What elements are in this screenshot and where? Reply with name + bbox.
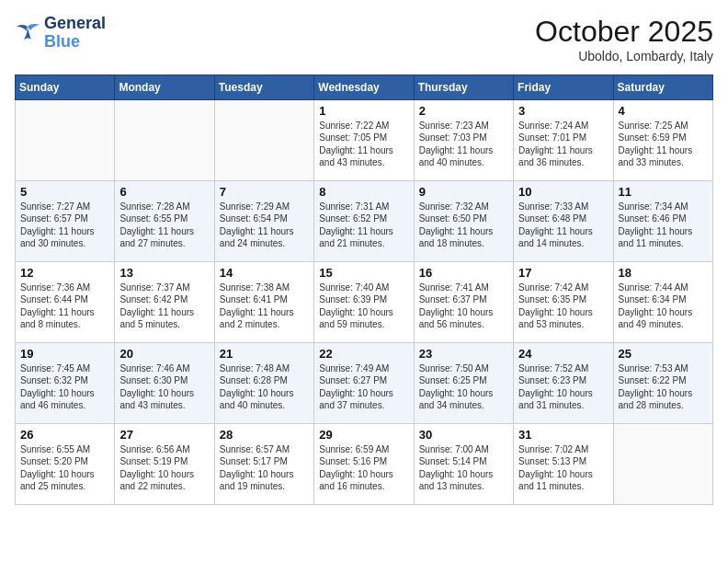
day-number: 10 bbox=[518, 185, 608, 199]
daylight-text: Daylight: 10 hours and 34 minutes. bbox=[419, 387, 508, 411]
day-number: 7 bbox=[220, 185, 309, 199]
daylight-text: Daylight: 10 hours and 13 minutes. bbox=[419, 468, 508, 492]
calendar-cell: 6Sunrise: 7:28 AMSunset: 6:55 PMDaylight… bbox=[115, 181, 214, 262]
calendar-cell: 9Sunrise: 7:32 AMSunset: 6:50 PMDaylight… bbox=[414, 181, 513, 262]
logo-general: General bbox=[44, 15, 106, 33]
sunrise-text: Sunrise: 7:48 AM bbox=[220, 362, 309, 374]
sunset-text: Sunset: 5:19 PM bbox=[119, 455, 209, 467]
calendar-cell bbox=[214, 100, 313, 181]
daylight-text: Daylight: 10 hours and 40 minutes. bbox=[220, 387, 309, 411]
day-number: 8 bbox=[319, 185, 408, 199]
calendar-cell: 27Sunrise: 6:56 AMSunset: 5:19 PMDayligh… bbox=[115, 424, 214, 505]
daylight-text: Daylight: 11 hours and 11 minutes. bbox=[619, 225, 708, 249]
sunset-text: Sunset: 7:01 PM bbox=[518, 132, 608, 144]
calendar-cell: 16Sunrise: 7:41 AMSunset: 6:37 PMDayligh… bbox=[414, 262, 513, 343]
daylight-text: Daylight: 11 hours and 30 minutes. bbox=[20, 225, 109, 249]
sunset-text: Sunset: 6:59 PM bbox=[619, 132, 708, 144]
day-number: 3 bbox=[518, 104, 608, 118]
sunset-text: Sunset: 6:22 PM bbox=[619, 374, 708, 386]
calendar-cell: 10Sunrise: 7:33 AMSunset: 6:48 PMDayligh… bbox=[514, 181, 613, 262]
sunrise-text: Sunrise: 7:33 AM bbox=[518, 201, 608, 213]
calendar-week-row: 5Sunrise: 7:27 AMSunset: 6:57 PMDaylight… bbox=[16, 181, 713, 262]
sunset-text: Sunset: 6:30 PM bbox=[119, 374, 209, 386]
weekday-header-sunday: Sunday bbox=[16, 75, 115, 100]
calendar-cell: 14Sunrise: 7:38 AMSunset: 6:41 PMDayligh… bbox=[214, 262, 313, 343]
sunset-text: Sunset: 6:37 PM bbox=[419, 293, 508, 305]
daylight-text: Daylight: 11 hours and 27 minutes. bbox=[119, 225, 209, 249]
calendar-cell: 31Sunrise: 7:02 AMSunset: 5:13 PMDayligh… bbox=[514, 424, 613, 505]
sunset-text: Sunset: 5:16 PM bbox=[319, 455, 408, 467]
weekday-header-saturday: Saturday bbox=[613, 75, 712, 100]
sunset-text: Sunset: 6:42 PM bbox=[119, 293, 209, 305]
sunrise-text: Sunrise: 7:46 AM bbox=[119, 362, 209, 374]
sunrise-text: Sunrise: 7:31 AM bbox=[319, 201, 408, 213]
sunset-text: Sunset: 6:35 PM bbox=[518, 293, 608, 305]
sunset-text: Sunset: 6:28 PM bbox=[220, 374, 309, 386]
sunrise-text: Sunrise: 7:23 AM bbox=[419, 120, 508, 132]
sunrise-text: Sunrise: 7:32 AM bbox=[419, 201, 508, 213]
sunrise-text: Sunrise: 7:38 AM bbox=[220, 282, 309, 293]
sunrise-text: Sunrise: 7:02 AM bbox=[518, 443, 608, 455]
sunrise-text: Sunrise: 7:50 AM bbox=[419, 362, 508, 374]
day-number: 27 bbox=[119, 428, 209, 442]
calendar-cell: 13Sunrise: 7:37 AMSunset: 6:42 PMDayligh… bbox=[115, 262, 214, 343]
weekday-header-tuesday: Tuesday bbox=[214, 75, 313, 100]
day-number: 25 bbox=[619, 347, 708, 361]
daylight-text: Daylight: 11 hours and 2 minutes. bbox=[220, 306, 309, 330]
sunrise-text: Sunrise: 7:42 AM bbox=[518, 282, 608, 293]
calendar-cell: 15Sunrise: 7:40 AMSunset: 6:39 PMDayligh… bbox=[314, 262, 414, 343]
sunset-text: Sunset: 6:50 PM bbox=[419, 213, 508, 224]
sunset-text: Sunset: 5:14 PM bbox=[419, 455, 508, 467]
sunset-text: Sunset: 6:54 PM bbox=[220, 213, 309, 224]
calendar-cell: 22Sunrise: 7:49 AMSunset: 6:27 PMDayligh… bbox=[314, 343, 414, 424]
calendar-cell: 29Sunrise: 6:59 AMSunset: 5:16 PMDayligh… bbox=[314, 424, 414, 505]
sunset-text: Sunset: 5:20 PM bbox=[20, 455, 109, 467]
day-number: 29 bbox=[319, 428, 408, 442]
daylight-text: Daylight: 11 hours and 5 minutes. bbox=[119, 306, 209, 330]
daylight-text: Daylight: 10 hours and 43 minutes. bbox=[119, 387, 209, 411]
sunrise-text: Sunrise: 7:27 AM bbox=[20, 201, 109, 213]
calendar-cell: 23Sunrise: 7:50 AMSunset: 6:25 PMDayligh… bbox=[414, 343, 513, 424]
daylight-text: Daylight: 10 hours and 56 minutes. bbox=[419, 306, 508, 330]
daylight-text: Daylight: 10 hours and 25 minutes. bbox=[20, 468, 109, 492]
daylight-text: Daylight: 10 hours and 11 minutes. bbox=[518, 468, 608, 492]
daylight-text: Daylight: 11 hours and 21 minutes. bbox=[319, 225, 408, 249]
calendar-cell bbox=[16, 100, 115, 181]
sunrise-text: Sunrise: 7:28 AM bbox=[119, 201, 209, 213]
sunset-text: Sunset: 6:39 PM bbox=[319, 293, 408, 305]
sunrise-text: Sunrise: 7:40 AM bbox=[319, 282, 408, 293]
calendar-cell: 30Sunrise: 7:00 AMSunset: 5:14 PMDayligh… bbox=[414, 424, 513, 505]
day-number: 22 bbox=[319, 347, 408, 361]
month-title: October 2025 bbox=[535, 15, 713, 49]
day-number: 16 bbox=[419, 266, 508, 280]
day-number: 17 bbox=[518, 266, 608, 280]
calendar-cell: 17Sunrise: 7:42 AMSunset: 6:35 PMDayligh… bbox=[514, 262, 613, 343]
day-number: 9 bbox=[419, 185, 508, 199]
sunrise-text: Sunrise: 7:00 AM bbox=[419, 443, 508, 455]
daylight-text: Daylight: 11 hours and 18 minutes. bbox=[419, 225, 508, 249]
sunrise-text: Sunrise: 7:53 AM bbox=[619, 362, 708, 374]
sunrise-text: Sunrise: 7:29 AM bbox=[220, 201, 309, 213]
day-number: 23 bbox=[419, 347, 508, 361]
page-header: General Blue October 2025 Uboldo, Lombar… bbox=[15, 15, 713, 63]
day-number: 26 bbox=[20, 428, 109, 442]
daylight-text: Daylight: 10 hours and 16 minutes. bbox=[319, 468, 408, 492]
sunset-text: Sunset: 6:25 PM bbox=[419, 374, 508, 386]
location: Uboldo, Lombardy, Italy bbox=[535, 49, 713, 63]
day-number: 13 bbox=[119, 266, 209, 280]
calendar-week-row: 12Sunrise: 7:36 AMSunset: 6:44 PMDayligh… bbox=[16, 262, 713, 343]
calendar-cell: 18Sunrise: 7:44 AMSunset: 6:34 PMDayligh… bbox=[613, 262, 712, 343]
weekday-header-friday: Friday bbox=[514, 75, 613, 100]
daylight-text: Daylight: 10 hours and 59 minutes. bbox=[319, 306, 408, 330]
day-number: 30 bbox=[419, 428, 508, 442]
daylight-text: Daylight: 10 hours and 22 minutes. bbox=[119, 468, 209, 492]
daylight-text: Daylight: 10 hours and 46 minutes. bbox=[20, 387, 109, 411]
calendar-cell: 19Sunrise: 7:45 AMSunset: 6:32 PMDayligh… bbox=[16, 343, 115, 424]
sunrise-text: Sunrise: 7:22 AM bbox=[319, 120, 408, 132]
calendar-header-row: SundayMondayTuesdayWednesdayThursdayFrid… bbox=[16, 75, 713, 100]
sunrise-text: Sunrise: 6:55 AM bbox=[20, 443, 109, 455]
day-number: 18 bbox=[619, 266, 708, 280]
sunrise-text: Sunrise: 7:45 AM bbox=[20, 362, 109, 374]
weekday-header-thursday: Thursday bbox=[414, 75, 513, 100]
logo-bird-icon bbox=[15, 23, 40, 43]
